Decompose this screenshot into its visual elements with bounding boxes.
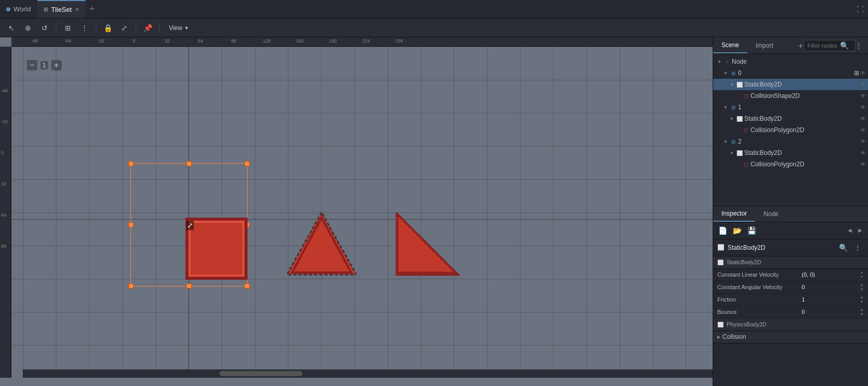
eye-icon-collision-1[interactable]: 👁 [860, 93, 866, 99]
scrollbar-thumb[interactable] [220, 371, 302, 376]
tab-node[interactable]: Node [755, 206, 787, 222]
new-script-button[interactable]: 📄 [716, 224, 729, 237]
tilemap-icon-0: ⊞ [730, 69, 737, 77]
tree-arrow-2[interactable]: ▼ [722, 138, 729, 145]
tree-arrow-staticbody2d-2[interactable]: ▼ [729, 116, 735, 122]
property-row-friction: Friction 1 ▲▼ [713, 294, 868, 306]
tree-item-2[interactable]: ▼ ⊞ 2 👁 [713, 136, 868, 147]
ruler-horizontal: -96 -64 -32 0 32 64 96 128 160 192 224 2… [11, 37, 713, 47]
tab-node-label: Node [763, 210, 778, 218]
triangle-outline-svg [287, 212, 356, 278]
ruler-label-32: 32 [165, 38, 170, 44]
tree-arrow-1[interactable]: ▼ [722, 104, 729, 110]
property-row-angular-velocity: Constant Angular Velocity 0 ▲▼ [713, 281, 868, 294]
move-cursor-icon: ⤢ [186, 221, 194, 230]
inspector-more-button[interactable]: ⋮ [851, 241, 864, 254]
eye-icon-staticbody-1[interactable]: 👁 [860, 81, 866, 88]
tab-import-label: Import [756, 42, 773, 49]
ruler-label-160: 160 [296, 38, 303, 44]
ruler-label-neg96: -96 [31, 38, 38, 44]
add-tab-button[interactable]: + [85, 4, 99, 15]
tree-arrow-node[interactable]: ▼ [716, 59, 722, 65]
tree-item-1[interactable]: ▼ ⊞ 1 👁 [713, 102, 868, 113]
toolbar-separator-3 [136, 23, 136, 33]
tree-arrow-staticbody2d-1[interactable]: ▼ [729, 81, 735, 88]
tree-item-collisionshape2d[interactable]: ▶ ⬡ CollisionShape2D 👁 [713, 90, 868, 102]
view-button-label: View [169, 24, 182, 32]
eye-icon-2[interactable]: 👁 [860, 138, 866, 145]
select-tool-button[interactable]: ↖ [4, 21, 19, 35]
tree-arrow-0[interactable]: ▼ [722, 70, 729, 76]
bounce-arrows[interactable]: ▲▼ [860, 307, 864, 317]
reset-pivot-tool-button[interactable]: ↺ [37, 21, 52, 35]
tree-item-node[interactable]: ▼ ○ Node [713, 56, 868, 67]
inspector-node-tabs: Inspector Node [713, 206, 868, 222]
nav-next-button[interactable]: ▶ [856, 226, 865, 235]
tree-item-collisionpolygon2d-1[interactable]: ▶ ⬡ CollisionPolygon2D 👁 [713, 124, 868, 136]
eye-icon-0[interactable]: 👁 [860, 70, 866, 76]
staticbody-icon-3: ⬜ [736, 149, 743, 156]
tab-scene[interactable]: Scene [713, 37, 747, 53]
group-tool-button[interactable]: ⊞ [61, 21, 75, 35]
smart-snap-button[interactable]: ⋮ [77, 21, 92, 35]
tab-inspector[interactable]: Inspector [713, 206, 755, 222]
collision-collapse-section[interactable]: ▶ Collision [713, 331, 868, 344]
eye-icon-collision-polygon-2[interactable]: 👁 [860, 161, 866, 167]
collision-shape-icon: ⬡ [742, 92, 749, 99]
move-pivot-tool-button[interactable]: ⊕ [21, 21, 35, 35]
physicsbody2d-section-header: ⬜ PhysicsBody2D [713, 319, 868, 331]
linear-velocity-value: (0, 0) [802, 271, 815, 278]
friction-arrows[interactable]: ▲▼ [860, 295, 864, 304]
tab-import[interactable]: Import [747, 37, 782, 53]
staticbody2d-section-header: ⬜ StaticBody2D [713, 256, 868, 269]
inspector-search-button[interactable]: 🔍 [837, 241, 849, 254]
tree-label-staticbody2d-1: StaticBody2D [744, 81, 859, 88]
lock-button[interactable]: 🔒 [100, 21, 115, 35]
horizontal-scrollbar[interactable] [23, 369, 713, 378]
ruler-label-v-64: 64 [1, 212, 6, 218]
eye-icon-staticbody-3[interactable]: 👁 [860, 150, 866, 156]
tree-item-staticbody2d-2[interactable]: ▼ ⬜ StaticBody2D 👁 [713, 113, 868, 124]
more-options-button[interactable]: ⋮ [852, 39, 865, 52]
tree-arrow-staticbody2d-3[interactable]: ▼ [729, 150, 735, 156]
eye-icon-staticbody-2[interactable]: 👁 [860, 116, 866, 122]
tree-item-staticbody2d-3[interactable]: ▼ ⬜ StaticBody2D 👁 [713, 147, 868, 159]
nav-prev-button[interactable]: ◀ [845, 226, 855, 235]
zoom-in-button[interactable]: + [51, 60, 62, 70]
tree-item-collisionpolygon2d-2[interactable]: ▶ ⬡ CollisionPolygon2D 👁 [713, 159, 868, 170]
eye-icon-1[interactable]: 👁 [860, 104, 866, 110]
close-tab-button[interactable]: ✕ [75, 7, 79, 12]
open-script-button[interactable]: 📂 [731, 224, 743, 237]
zoom-out-button[interactable]: − [27, 60, 37, 70]
toolbar-separator-1 [56, 23, 56, 33]
ruler-label-neg64: -64 [64, 38, 71, 44]
tree-label-collisionpolygon2d-2: CollisionPolygon2D [750, 161, 859, 168]
ruler-label-224: 224 [362, 38, 370, 44]
pin-button[interactable]: 📌 [140, 21, 155, 35]
linear-velocity-arrows[interactable]: ▲▼ [860, 270, 864, 279]
collision-polygon-icon-1: ⬡ [742, 126, 749, 134]
tree-item-0[interactable]: ▼ ⊞ 0 ⊞ 👁 [713, 67, 868, 79]
viewport[interactable]: -96 -64 -32 0 32 64 96 128 160 192 224 2… [0, 37, 713, 386]
inspector-toolbar: 📄 📂 💾 ◀ ▶ [713, 222, 868, 239]
ruler-label-v-neg64: -64 [1, 88, 8, 93]
expand-button[interactable]: ⤢ [117, 21, 132, 35]
ruler-label-neg32: -32 [97, 38, 104, 44]
tree-item-staticbody2d-1[interactable]: ▼ ⬜ StaticBody2D 👁 [713, 79, 868, 90]
tab-tileset[interactable]: ⊞ TileSet ✕ [37, 0, 85, 18]
view-button[interactable]: View ▼ [164, 22, 194, 34]
fullscreen-button[interactable]: ⛶ [857, 5, 864, 13]
angular-velocity-arrows[interactable]: ▲▼ [860, 282, 864, 292]
tab-world[interactable]: World [0, 0, 37, 18]
tab-scene-label: Scene [721, 41, 739, 49]
ruler-label-0: 0 [133, 38, 135, 44]
eye-icon-collision-polygon-1[interactable]: 👁 [860, 127, 866, 133]
save-script-button[interactable]: 💾 [745, 224, 758, 237]
tab-inspector-label: Inspector [721, 210, 747, 217]
nav-arrows: ◀ ▶ [845, 226, 865, 235]
search-button[interactable]: 🔍 [838, 39, 850, 52]
tree-label-node: Node [732, 58, 866, 65]
physicsbody2d-section-label: PhysicsBody2D [727, 321, 766, 327]
center-line-vertical [189, 47, 189, 378]
property-name-friction: Friction [717, 296, 802, 303]
